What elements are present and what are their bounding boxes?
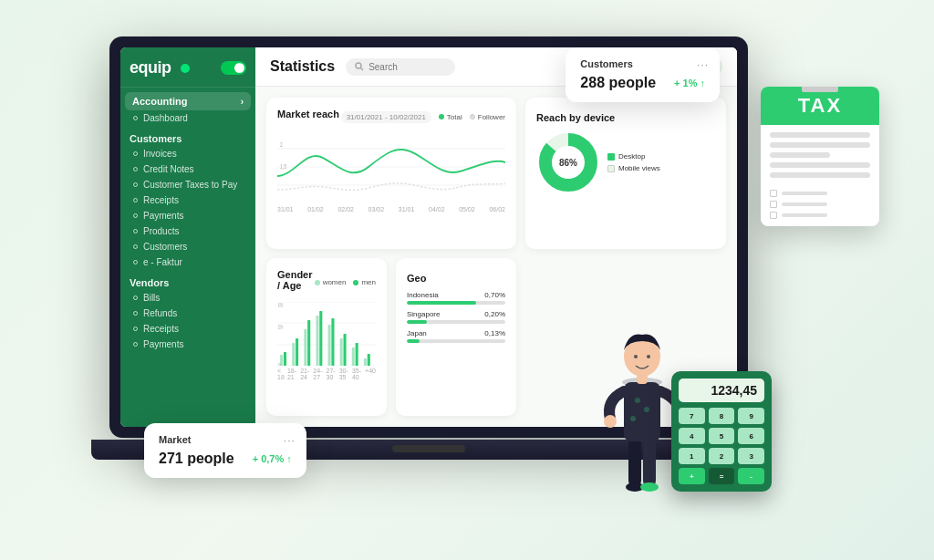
sidebar-customers-group: Customers (120, 126, 255, 146)
svg-rect-27 (352, 347, 355, 366)
calc-btn-1[interactable]: 1 (679, 448, 705, 464)
tax-line-1 (770, 132, 870, 138)
gender-age-header: Gender / Age women men (277, 269, 376, 296)
line-chart: 2 1,5 (277, 130, 505, 203)
sidebar-item-customer-taxes[interactable]: Customer Taxes to Pay (120, 177, 255, 192)
sidebar-item-vendor-receipts[interactable]: Receipts (120, 321, 255, 337)
svg-point-0 (356, 63, 361, 68)
calc-btn-5[interactable]: 5 (709, 428, 735, 444)
tax-checkbox-row (761, 190, 879, 226)
svg-rect-25 (340, 338, 343, 366)
checkbox-box-2 (770, 201, 777, 208)
sidebar-credit-notes-label: Credit Notes (143, 164, 194, 174)
dot-icon (133, 244, 138, 249)
sidebar-logo: equip (120, 47, 255, 88)
svg-rect-18 (296, 338, 298, 366)
dot-icon (133, 296, 138, 300)
market-card-value: 271 people (159, 451, 234, 467)
dot-icon (133, 182, 138, 187)
calc-btn-4[interactable]: 4 (679, 428, 705, 444)
legend: Total Follower (439, 113, 505, 121)
legend-total-dot (439, 114, 444, 119)
dot-icon (133, 116, 138, 120)
men-label: men (361, 278, 376, 286)
sidebar-accounting-section[interactable]: Accounting › (125, 92, 251, 110)
tax-header: TAX (761, 87, 879, 125)
legend-men: men (353, 278, 376, 286)
checkbox-box-3 (770, 212, 777, 219)
market-reach-card: Market reach 31/01/2021 - 10/02/2021 Tot… (266, 98, 516, 249)
svg-rect-30 (368, 354, 370, 366)
sidebar-item-products[interactable]: Products (120, 223, 255, 239)
dot-icon (133, 229, 138, 233)
sidebar-invoices-label: Invoices (143, 149, 177, 159)
svg-text:40%: 40% (278, 302, 284, 308)
search-bar[interactable] (346, 58, 455, 76)
dot-icon (133, 198, 138, 202)
customers-float-card: ··· Customers 288 people + 1% ↑ (566, 47, 720, 102)
checkbox-line-3 (782, 213, 827, 217)
tax-clipboard: TAX (761, 87, 879, 226)
sidebar-item-dashboard[interactable]: Dashboard (120, 110, 255, 126)
geo-japan-bar (407, 339, 505, 343)
sidebar-customer-taxes-label: Customer Taxes to Pay (143, 180, 237, 190)
geo-item-japan: Japan 0,13% (407, 329, 505, 343)
search-input[interactable] (368, 62, 441, 72)
desktop-color (607, 153, 615, 161)
calc-btn-6[interactable]: 6 (738, 428, 764, 444)
checkbox-box-1 (770, 190, 777, 197)
calc-btn-9[interactable]: 9 (738, 408, 764, 424)
calc-btn-eq[interactable]: = (709, 468, 735, 484)
toggle-button[interactable] (221, 61, 246, 75)
geo-indonesia-bar (407, 301, 505, 305)
dot-icon (133, 327, 138, 331)
bar-age-labels: < 18 18-21 21-24 24-27 27-30 30-35 35-40… (277, 368, 376, 380)
svg-rect-47 (637, 373, 648, 384)
calc-btn-2[interactable]: 2 (709, 448, 735, 464)
page-title: Statistics (270, 58, 335, 75)
calculator-buttons: 7 8 9 4 5 6 1 2 3 + = - (679, 408, 764, 484)
calc-btn-8[interactable]: 8 (709, 408, 735, 424)
calc-btn-3[interactable]: 3 (738, 448, 764, 464)
tax-checkbox-1 (770, 190, 870, 197)
reach-by-device-card: Reach by device 86% (525, 98, 726, 249)
dot-icon (133, 342, 138, 347)
svg-text:20%: 20% (278, 323, 284, 330)
sidebar-item-receipts[interactable]: Receipts (120, 192, 255, 208)
svg-line-1 (361, 68, 364, 71)
geo-singapore-label: Singapore 0,20% (407, 310, 505, 318)
legend-women: women (315, 278, 347, 286)
calc-btn-minus[interactable]: - (738, 468, 764, 484)
svg-rect-20 (307, 320, 310, 366)
calculator: 1234,45 7 8 9 4 5 6 1 2 3 + = - (671, 371, 772, 492)
calc-btn-7[interactable]: 7 (679, 408, 705, 424)
sidebar-item-credit-notes[interactable]: Credit Notes (120, 161, 255, 177)
search-icon (355, 62, 364, 71)
sidebar-item-payments[interactable]: Payments (120, 208, 255, 223)
tax-checkbox-2 (770, 201, 870, 208)
sidebar: equip Accounting › Dashboard Customers (120, 47, 255, 427)
sidebar-item-bills[interactable]: Bills (120, 290, 255, 306)
customers-card-value: 288 people (580, 75, 656, 91)
dot-icon (133, 311, 138, 316)
svg-point-45 (634, 355, 638, 358)
market-card-dots: ··· (284, 434, 296, 447)
sidebar-item-customers[interactable]: Customers (120, 239, 255, 254)
calc-btn-plus[interactable]: + (679, 468, 705, 484)
svg-rect-36 (643, 437, 656, 487)
sidebar-item-vendor-payments[interactable]: Payments (120, 337, 255, 352)
chart-x-labels: 31/01 01/02 02/02 03/02 31/01 04/02 05/0… (277, 206, 505, 213)
svg-point-38 (640, 482, 659, 492)
geo-title: Geo (407, 273, 426, 284)
sidebar-item-refunds[interactable]: Refunds (120, 306, 255, 321)
svg-rect-16 (284, 352, 286, 366)
calculator-value: 1234,45 (686, 383, 757, 398)
sidebar-item-invoices[interactable]: Invoices (120, 146, 255, 161)
sidebar-vendor-payments-label: Payments (143, 339, 183, 349)
sidebar-item-efaktur[interactable]: e - Faktur (120, 254, 255, 270)
svg-rect-23 (328, 325, 331, 366)
geo-card: Geo Indonesia 0,70% (396, 258, 516, 417)
scene: equip Accounting › Dashboard Customers (0, 0, 934, 560)
dot-icon (133, 213, 138, 218)
sidebar-refunds-label: Refunds (143, 308, 177, 318)
